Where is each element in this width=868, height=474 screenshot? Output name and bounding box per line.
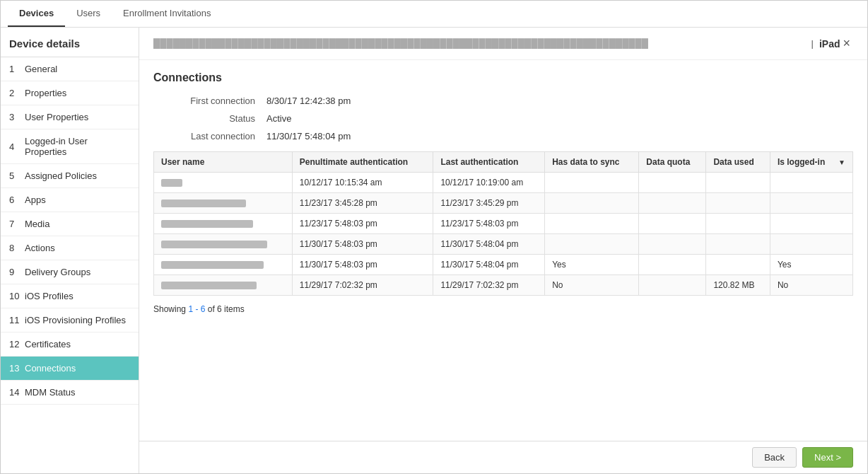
- cell-data-quota: [639, 214, 706, 234]
- sidebar-item-user-properties[interactable]: 3 User Properties: [1, 105, 139, 129]
- cell-data-used: [706, 255, 770, 275]
- sidebar-title: Device details: [1, 28, 139, 57]
- cell-has-data-sync: No: [545, 275, 639, 296]
- sidebar-item-ios-provisioning-profiles[interactable]: 11 iOS Provisioning Profiles: [1, 308, 139, 333]
- sidebar-item-certificates[interactable]: 12 Certificates: [1, 333, 139, 357]
- sidebar-item-ios-profiles[interactable]: 10 iOS Profiles: [1, 284, 139, 308]
- sidebar: Device details 1 General 2 Properties 3 …: [1, 28, 139, 473]
- sidebar-item-general[interactable]: 1 General: [1, 57, 139, 81]
- cell-data-used: [706, 214, 770, 234]
- cell-is-logged-in: Yes: [770, 255, 852, 275]
- cell-penultimate: 11/30/17 5:48:03 pm: [292, 255, 433, 275]
- first-connection-value: 8/30/17 12:42:38 pm: [266, 96, 351, 106]
- cell-is-logged-in: [770, 214, 852, 234]
- col-data-used[interactable]: Data used: [706, 152, 770, 173]
- cell-penultimate: 11/23/17 5:48:03 pm: [292, 214, 433, 234]
- tab-enrollment-invitations[interactable]: Enrollment Invitations: [112, 1, 222, 27]
- sidebar-item-assigned-policies[interactable]: 5 Assigned Policies: [1, 164, 139, 188]
- cell-data-quota: [639, 193, 706, 214]
- table-row: 11/30/17 5:48:03 pm11/30/17 5:48:04 pmYe…: [154, 255, 853, 275]
- col-is-logged-in[interactable]: Is logged-in ▼: [770, 152, 852, 173]
- showing-text: Showing 1 - 6 of 6 items: [153, 304, 853, 314]
- cell-username: [154, 255, 293, 275]
- sidebar-item-logged-in-user-properties[interactable]: 4 Logged-in User Properties: [1, 129, 139, 164]
- content-header: ████████████████████████████████████████…: [139, 28, 867, 60]
- first-connection-label: First connection: [153, 96, 266, 106]
- cell-has-data-sync: [545, 173, 639, 193]
- cell-last-auth: 11/23/17 3:45:29 pm: [433, 193, 545, 214]
- cell-data-quota: [639, 255, 706, 275]
- col-data-quota[interactable]: Data quota: [639, 152, 706, 173]
- cell-username: [154, 214, 293, 234]
- status-label: Status: [153, 113, 266, 124]
- tab-devices[interactable]: Devices: [8, 1, 65, 27]
- content-body: Connections First connection 8/30/17 12:…: [139, 60, 867, 441]
- next-button[interactable]: Next >: [802, 447, 853, 468]
- cell-last-auth: 10/12/17 10:19:00 am: [433, 173, 545, 193]
- first-connection-row: First connection 8/30/17 12:42:38 pm: [153, 96, 853, 106]
- cell-has-data-sync: [545, 193, 639, 214]
- cell-username: [154, 275, 293, 296]
- sort-arrow-icon: ▼: [838, 158, 845, 166]
- cell-penultimate: 10/12/17 10:15:34 am: [292, 173, 433, 193]
- sidebar-item-actions[interactable]: 8 Actions: [1, 236, 139, 260]
- section-title: Connections: [153, 71, 853, 84]
- status-row: Status Active: [153, 113, 853, 124]
- sidebar-item-delivery-groups[interactable]: 9 Delivery Groups: [1, 260, 139, 284]
- cell-penultimate: 11/30/17 5:48:03 pm: [292, 234, 433, 255]
- col-username[interactable]: User name: [154, 152, 293, 173]
- cell-username: [154, 173, 293, 193]
- cell-username: [154, 193, 293, 214]
- cell-is-logged-in: No: [770, 275, 852, 296]
- tab-users[interactable]: Users: [65, 1, 112, 27]
- cell-last-auth: 11/30/17 5:48:04 pm: [433, 255, 545, 275]
- cell-data-quota: [639, 275, 706, 296]
- cell-penultimate: 11/29/17 7:02:32 pm: [292, 275, 433, 296]
- content-area: ████████████████████████████████████████…: [139, 28, 867, 473]
- footer: Back Next >: [139, 441, 867, 473]
- cell-data-quota: [639, 173, 706, 193]
- table-row: 11/29/17 7:02:32 pm11/29/17 7:02:32 pmNo…: [154, 275, 853, 296]
- col-last-auth[interactable]: Last authentication: [433, 152, 545, 173]
- cell-has-data-sync: [545, 214, 639, 234]
- device-identifier: ████████████████████████████████████████…: [153, 38, 806, 49]
- cell-data-used: [706, 193, 770, 214]
- table-row: 11/30/17 5:48:03 pm11/30/17 5:48:04 pm: [154, 234, 853, 255]
- cell-is-logged-in: [770, 234, 852, 255]
- header-separator: |: [811, 38, 814, 49]
- sidebar-item-mdm-status[interactable]: 14 MDM Status: [1, 381, 139, 405]
- connections-table: User name Penultimate authentication Las…: [153, 151, 853, 296]
- cell-data-used: [706, 234, 770, 255]
- sidebar-item-apps[interactable]: 6 Apps: [1, 188, 139, 212]
- last-connection-label: Last connection: [153, 131, 266, 141]
- cell-has-data-sync: Yes: [545, 255, 639, 275]
- cell-last-auth: 11/23/17 5:48:03 pm: [433, 214, 545, 234]
- table-row: 10/12/17 10:15:34 am10/12/17 10:19:00 am: [154, 173, 853, 193]
- cell-data-quota: [639, 234, 706, 255]
- last-connection-row: Last connection 11/30/17 5:48:04 pm: [153, 131, 853, 141]
- cell-last-auth: 11/29/17 7:02:32 pm: [433, 275, 545, 296]
- last-connection-value: 11/30/17 5:48:04 pm: [266, 131, 351, 141]
- sidebar-item-properties[interactable]: 2 Properties: [1, 81, 139, 105]
- device-type: iPad: [819, 38, 840, 50]
- cell-is-logged-in: [770, 173, 852, 193]
- close-button[interactable]: ×: [840, 36, 853, 51]
- cell-username: [154, 234, 293, 255]
- cell-data-used: [706, 173, 770, 193]
- back-button[interactable]: Back: [752, 447, 797, 468]
- col-penultimate-auth[interactable]: Penultimate authentication: [292, 152, 433, 173]
- sidebar-item-connections[interactable]: 13 Connections: [1, 357, 139, 381]
- status-value: Active: [266, 113, 291, 124]
- sidebar-item-media[interactable]: 7 Media: [1, 212, 139, 236]
- cell-penultimate: 11/23/17 3:45:28 pm: [292, 193, 433, 214]
- table-row: 11/23/17 3:45:28 pm11/23/17 3:45:29 pm: [154, 193, 853, 214]
- col-has-data-sync[interactable]: Has data to sync: [545, 152, 639, 173]
- cell-is-logged-in: [770, 193, 852, 214]
- cell-has-data-sync: [545, 234, 639, 255]
- cell-data-used: 120.82 MB: [706, 275, 770, 296]
- top-tabs: Devices Users Enrollment Invitations: [1, 1, 867, 28]
- table-row: 11/23/17 5:48:03 pm11/23/17 5:48:03 pm: [154, 214, 853, 234]
- cell-last-auth: 11/30/17 5:48:04 pm: [433, 234, 545, 255]
